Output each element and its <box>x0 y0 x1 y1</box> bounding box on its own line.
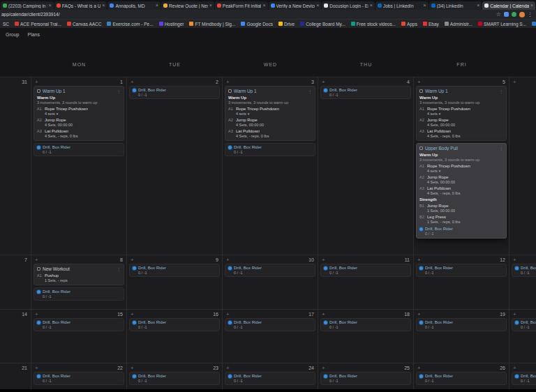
tab-close-icon[interactable]: × <box>530 2 533 9</box>
browser-tab-active[interactable]: Calendar | Calendar× <box>482 1 535 10</box>
bookmark-item[interactable]: Apps <box>401 22 417 27</box>
kebab-menu-icon[interactable]: ⋮ <box>499 89 503 93</box>
add-workout-icon[interactable]: + <box>35 365 38 371</box>
browser-tab[interactable]: PeakForm Fit initial cost - G...× <box>215 1 268 10</box>
exercise-name[interactable]: Lat Pulldown <box>427 129 451 133</box>
browser-tab[interactable]: Jobs | LinkedIn× <box>375 1 429 10</box>
bookmark-item[interactable]: Administr... <box>445 22 472 27</box>
add-workout-icon[interactable]: + <box>226 79 230 85</box>
drill-item[interactable]: Drill, Box Rider0 / -1 <box>320 86 411 99</box>
add-workout-icon[interactable]: + <box>513 79 516 85</box>
add-workout-icon[interactable]: + <box>322 79 325 85</box>
drill-item[interactable]: Drill, Box Rider0 / -1 <box>512 264 536 277</box>
workout-title[interactable]: New Workout <box>43 266 114 271</box>
bookmark-item[interactable]: Drive <box>278 22 295 27</box>
extension-green-icon[interactable] <box>512 12 516 17</box>
browser-tab[interactable]: (34) LinkedIn× <box>429 1 482 10</box>
bookmark-item[interactable]: Canvas AACC <box>67 22 102 27</box>
plans-button[interactable]: Plans <box>27 32 40 57</box>
bookmark-item[interactable]: 3BHS Club_Flex M... <box>532 22 536 27</box>
add-workout-icon[interactable]: + <box>322 365 325 371</box>
drill-item[interactable]: Drill, Box Rider0 / -1 <box>416 264 507 277</box>
profile-avatar[interactable] <box>519 12 525 17</box>
workout-card[interactable]: Upper Body Pull⋮Warm Up3 movements, 3 ro… <box>416 143 507 239</box>
add-workout-icon[interactable]: + <box>226 365 230 371</box>
sets-dropdown[interactable]: 4 sets▾ <box>427 112 503 116</box>
drill-item[interactable]: Drill, Box Rider0 / -1 <box>34 143 124 156</box>
browser-menu-icon[interactable]: ⋮ <box>528 12 533 17</box>
workout-card[interactable]: Warm Up 1⋮Warm Up3 movements, 3 rounds t… <box>34 86 124 141</box>
workout-title[interactable]: Warm Up 1 <box>43 89 114 93</box>
kebab-menu-icon[interactable]: ⋮ <box>308 89 312 93</box>
tab-close-icon[interactable]: × <box>102 2 105 9</box>
workout-title[interactable]: Warm Up 1 <box>425 89 497 93</box>
extension-icon[interactable] <box>504 12 509 17</box>
workout-card[interactable]: New Workout⋮A1Pushup1 Sets, - reps <box>34 264 124 285</box>
tab-close-icon[interactable]: × <box>156 2 158 9</box>
exercise-name[interactable]: Leg Press <box>427 215 446 219</box>
drill-item[interactable]: Drill, Box Rider0 / -1 <box>129 372 220 385</box>
workout-card[interactable]: Warm Up 1⋮Warm Up3 movements, 3 rounds t… <box>225 86 315 141</box>
browser-tab[interactable]: Docusign Login - Enter ema...× <box>322 1 375 10</box>
add-workout-icon[interactable]: + <box>417 79 421 85</box>
exercise-name[interactable]: Rope Tricep Pushdown <box>427 164 470 168</box>
kebab-menu-icon[interactable]: ⋮ <box>499 146 503 151</box>
drill-item[interactable]: Drill, Box Rider0 / -1 <box>129 86 220 99</box>
workout-title[interactable]: Upper Body Pull <box>425 146 497 151</box>
drill-item[interactable]: Drill, Box Rider0 / -1 <box>129 264 220 277</box>
bookmark-item[interactable]: SC <box>3 22 9 27</box>
sets-dropdown[interactable]: 4 sets▾ <box>45 112 121 116</box>
drill-item[interactable]: Drill, Box Rider0 / -1 <box>320 318 411 331</box>
drill-item[interactable]: Drill, Box Rider0 / -1 <box>416 372 507 385</box>
drill-item[interactable]: Drill, Box Rider0 / -1 <box>419 227 503 236</box>
drill-item[interactable]: Drill, Box Rider0 / -1 <box>416 318 507 331</box>
exercise-name[interactable]: Rope Tricep Pushdown <box>45 107 88 111</box>
add-workout-icon[interactable]: + <box>513 365 516 371</box>
browser-tab[interactable]: FAQs - What is a Use and O...× <box>54 1 107 10</box>
add-workout-icon[interactable]: + <box>513 311 516 317</box>
kebab-menu-icon[interactable]: ⋮ <box>117 266 121 271</box>
browser-tab[interactable]: Verify a New Device - lucas...× <box>269 1 322 10</box>
drill-item[interactable]: Drill, Box Rider0 / -1 <box>225 143 315 156</box>
bookmark-item[interactable]: SMART Learning S... <box>478 22 526 27</box>
add-workout-icon[interactable]: + <box>226 311 230 317</box>
drill-item[interactable]: Drill, Box Rider0 / -1 <box>34 318 124 331</box>
drill-item[interactable]: Drill, Box Rider0 / -1 <box>512 372 536 385</box>
browser-tab[interactable]: (2203) Camping in Snowdon...× <box>1 1 54 10</box>
bookmark-item[interactable]: Exercise.com - Pe... <box>107 22 153 27</box>
drill-item[interactable]: Drill, Box Rider0 / -1 <box>34 287 124 301</box>
exercise-name[interactable]: Rope Tricep Pushdown <box>236 107 279 111</box>
exercise-name[interactable]: Lat Pulldown <box>45 129 68 133</box>
exercise-name[interactable]: Lat Pulldown <box>236 129 260 133</box>
tab-close-icon[interactable]: × <box>209 2 212 9</box>
exercise-name[interactable]: Pushup <box>45 273 59 278</box>
bookmark-item[interactable]: Hostinger <box>159 22 184 27</box>
tab-close-icon[interactable]: × <box>262 2 265 9</box>
add-workout-icon[interactable]: + <box>131 311 134 317</box>
drill-item[interactable]: Drill, Box Rider0 / -1 <box>129 318 220 331</box>
add-workout-icon[interactable]: + <box>35 311 38 317</box>
exercise-name[interactable]: Rope Tricep Pushdown <box>427 107 470 111</box>
add-workout-icon[interactable]: + <box>35 257 38 263</box>
drill-item[interactable]: Drill, Box Rider0 / -1 <box>320 264 411 277</box>
add-workout-icon[interactable]: + <box>417 365 421 371</box>
tab-close-icon[interactable]: × <box>424 2 426 9</box>
bookmark-star-icon[interactable]: ☆ <box>496 11 501 18</box>
url-text[interactable]: app/calendar/client/2393914/ <box>1 12 493 17</box>
add-workout-icon[interactable]: + <box>513 257 516 263</box>
drill-item[interactable]: Drill, Box Rider0 / -1 <box>225 264 315 277</box>
workout-title[interactable]: Warm Up 1 <box>234 89 306 93</box>
bookmark-item[interactable]: Free stock videos... <box>351 22 396 27</box>
exercise-name[interactable]: Jump Rope <box>45 118 66 122</box>
add-workout-icon[interactable]: + <box>131 257 134 263</box>
add-workout-icon[interactable]: + <box>226 257 230 263</box>
add-workout-icon[interactable]: + <box>417 257 421 263</box>
browser-tab[interactable]: Annapolis, MD× <box>107 1 161 10</box>
bookmark-item[interactable]: FT Mindbody | Sig... <box>189 22 235 27</box>
checkbox-icon[interactable] <box>37 267 40 271</box>
group-button[interactable]: Group <box>6 32 19 57</box>
add-workout-icon[interactable]: + <box>35 79 38 85</box>
tab-close-icon[interactable]: × <box>370 2 373 9</box>
workout-card[interactable]: Warm Up 1⋮Warm Up3 movements, 3 rounds t… <box>416 86 507 141</box>
exercise-name[interactable]: Jump Rope <box>236 118 258 122</box>
